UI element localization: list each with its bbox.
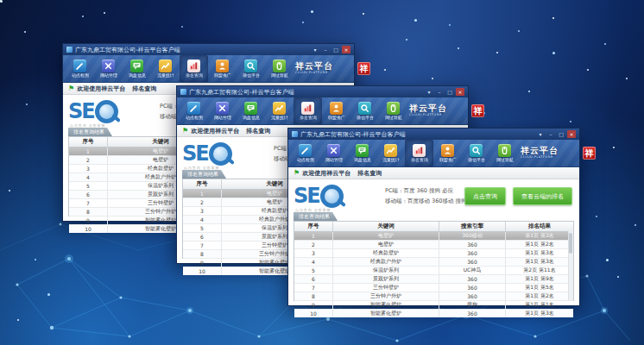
badge-icon xyxy=(358,102,371,115)
seo-slogan: 点击查询 全面掌握 xyxy=(184,165,219,170)
engine-list: PC端：百度 360 搜狗 必应 移动端：百度移动 360移动 搜狗移动 UC神… xyxy=(382,187,464,205)
toolbar-item-site-manage[interactable]: 网站管理 xyxy=(94,55,123,82)
toolbar-item-rank-query[interactable]: 排名查询 xyxy=(405,140,433,166)
toolbar: 站点检测 网站管理 询盘信息 流量统计 xyxy=(63,55,354,83)
window-title: 广东九鼎工贸有限公司-祥云平台客户端 xyxy=(75,45,308,55)
table-row[interactable]: 5 保温炉系列 UC神马 第2页 第11名 xyxy=(294,267,573,275)
toolbar-item-site-nav[interactable]: 网址导航 xyxy=(379,97,407,124)
seo-logo-text: SE xyxy=(68,101,94,122)
table-header-row: 序号 关键词 搜索引擎 排名结果 xyxy=(294,222,573,232)
tab-rank-results[interactable]: 排名查询结果 xyxy=(182,170,226,179)
maximize-button[interactable]: □ xyxy=(557,130,565,138)
view-cloud-rank-button[interactable]: 查看云端的排名 xyxy=(513,187,572,205)
toolbar-item-inquiry[interactable]: 询盘信息 xyxy=(348,140,376,166)
toolbar-item-promotion[interactable]: 联盟推广 xyxy=(208,55,237,82)
table-row[interactable]: 3 经典款壁炉 360 第1页 第3名 xyxy=(294,249,573,258)
toolbar-item-site-nav[interactable]: 网址导航 xyxy=(265,55,294,82)
tab-rank-results[interactable]: 排名查询结果 xyxy=(68,128,112,136)
mouse-icon xyxy=(498,144,511,157)
toolbar-item-site-check[interactable]: 站点检测 xyxy=(180,97,208,124)
toolbar-items: 站点检测 网站管理 询盘信息 流量统计 xyxy=(180,97,407,124)
window-titlebar[interactable]: 广东九鼎工贸有限公司-祥云平台客户端 ▾ – □ × xyxy=(63,44,354,55)
cell-serial: 7 xyxy=(294,284,332,292)
toolbar-item-rank-query[interactable]: 排名查询 xyxy=(180,55,208,82)
table-row[interactable]: 8 三分钟户外炉 360 第1页 第2名 xyxy=(294,292,573,301)
tab-rank-results[interactable]: 排名查询结果 xyxy=(294,212,338,221)
close-button[interactable]: × xyxy=(342,46,350,53)
cell-keyword: 三分钟户外炉 xyxy=(332,292,439,300)
toolbar-item-traffic[interactable]: 流量统计 xyxy=(376,140,405,166)
cell-rank: 第1页 第9名 xyxy=(505,275,573,283)
window-titlebar[interactable]: 广东九鼎工贸有限公司-祥云平台客户端 ▾ – □ × xyxy=(177,86,468,97)
cell-serial: 6 xyxy=(183,233,221,241)
cell-rank: 第1页 第1名 xyxy=(505,301,573,309)
toolbar-item-inquiry[interactable]: 询盘信息 xyxy=(123,55,151,82)
toolbar-item-site-nav[interactable]: 网址导航 xyxy=(490,140,519,166)
close-button[interactable]: × xyxy=(567,130,576,138)
maximize-button[interactable]: □ xyxy=(331,46,340,53)
window-titlebar[interactable]: 广东九鼎工贸有限公司-祥云平台客户端 ▾ – □ × xyxy=(288,129,579,140)
table-row[interactable]: 4 经典款户外炉 360 第1页 第3名 xyxy=(294,258,573,267)
cell-serial: 2 xyxy=(69,156,107,164)
toolbar-item-wechat[interactable]: 微信平台 xyxy=(462,140,490,166)
toolbar-item-traffic[interactable]: 流量统计 xyxy=(151,55,180,82)
pencil-icon xyxy=(187,102,200,115)
cell-keyword: 经典款户外炉 xyxy=(332,258,439,266)
skin-button[interactable]: ▾ xyxy=(311,46,319,53)
cell-rank: 第1页 第2名 xyxy=(505,241,573,248)
toolbar-item-wechat[interactable]: 微信平台 xyxy=(237,55,265,82)
cell-keyword: 电壁炉 xyxy=(332,232,439,240)
cell-keyword: 智能雾化壁炉 xyxy=(332,310,439,317)
line-chart-icon xyxy=(384,144,397,157)
cell-keyword: 保温炉系列 xyxy=(332,267,439,274)
seo-logo: SE 点击查询 全面掌握 xyxy=(182,141,270,166)
toolbar-item-traffic[interactable]: 流量统计 xyxy=(265,97,294,124)
table-row[interactable]: 1 电壁炉 360移动 第1页 第3名 xyxy=(294,232,573,241)
cell-keyword: 景观炉系列 xyxy=(332,275,439,283)
toolbar-item-site-check[interactable]: 站点检测 xyxy=(66,55,94,82)
seo-logo: SE 点击查询 全面掌握 xyxy=(68,98,156,124)
toolbar-item-promotion[interactable]: 联盟推广 xyxy=(433,140,462,166)
table-row[interactable]: 7 三分钟壁炉 360 第1页 第5名 xyxy=(294,284,573,292)
toolbar-item-site-manage[interactable]: 网站管理 xyxy=(319,140,348,166)
toolbar-item-inquiry[interactable]: 询盘信息 xyxy=(237,97,265,124)
cell-serial: 10 xyxy=(294,310,332,317)
minimize-button[interactable]: – xyxy=(321,46,330,53)
skin-button[interactable]: ▾ xyxy=(425,88,433,96)
cell-engine: 360 xyxy=(439,275,505,283)
flag-icon: ⚑ xyxy=(294,170,300,177)
brand-seal: 祥 xyxy=(471,104,484,117)
chat-bubble-icon xyxy=(244,102,257,115)
table-row[interactable]: 6 景观炉系列 360 第1页 第9名 xyxy=(294,275,573,284)
header-serial: 序号 xyxy=(183,179,221,189)
skin-button[interactable]: ▾ xyxy=(536,130,545,138)
toolbar-item-site-check[interactable]: 站点检测 xyxy=(291,140,319,166)
table-row[interactable]: 10 智能雾化壁炉 360 第1页 第3名 xyxy=(294,310,573,317)
toolbar-item-promotion[interactable]: 联盟推广 xyxy=(322,97,350,124)
cell-keyword: 经典款壁炉 xyxy=(332,249,439,257)
brand-text: 祥云平台 CLOUD PLATFORM xyxy=(409,104,469,118)
table-row[interactable]: 9 智能雾化壁炉 搜狗 第1页 第1名 xyxy=(294,301,573,310)
scrollbar-thumb[interactable] xyxy=(569,233,572,254)
section-title: 排名查询 xyxy=(357,169,382,178)
person-icon xyxy=(441,144,454,157)
minimize-button[interactable]: – xyxy=(546,130,555,138)
cell-serial: 6 xyxy=(69,191,107,198)
minimize-button[interactable]: – xyxy=(435,88,444,96)
magnifier-icon xyxy=(95,100,118,123)
table-scrollbar[interactable] xyxy=(568,231,573,300)
section-title: 排名查询 xyxy=(132,85,156,93)
toolbar-item-site-manage[interactable]: 网站管理 xyxy=(208,97,237,124)
toolbar-item-rank-query[interactable]: 排名查询 xyxy=(294,97,322,124)
maximize-button[interactable]: □ xyxy=(445,88,454,96)
chat-bubble-icon xyxy=(356,144,369,157)
close-button[interactable]: × xyxy=(456,88,464,96)
brand-name: 祥云平台 xyxy=(295,61,355,71)
cell-serial: 3 xyxy=(69,165,107,172)
toolbar-item-wechat[interactable]: 微信平台 xyxy=(350,97,379,124)
cell-engine: 360 xyxy=(439,258,505,266)
tools-icon xyxy=(102,60,115,72)
table-row[interactable]: 2 电壁炉 360 第1页 第2名 xyxy=(294,241,573,249)
brand-subtitle: CLOUD PLATFORM xyxy=(295,71,328,73)
query-button[interactable]: 点击查询 xyxy=(464,187,506,205)
